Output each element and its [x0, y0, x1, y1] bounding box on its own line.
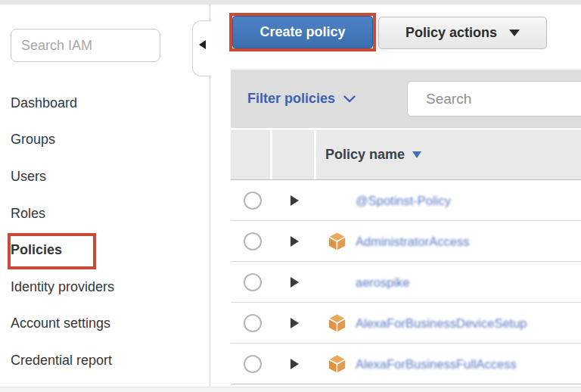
caret-down-icon — [509, 30, 520, 36]
policy-name-link[interactable]: aerospike — [356, 275, 410, 289]
sidebar-item-dashboard[interactable]: Dashboard — [11, 85, 185, 122]
aws-managed-policy-icon — [328, 313, 346, 333]
sidebar-item-identity-providers[interactable]: Identity providers — [11, 269, 185, 306]
sidebar-item-users[interactable]: Users — [11, 158, 185, 195]
column-divider — [270, 130, 272, 179]
aws-managed-policy-icon — [328, 231, 346, 251]
policy-radio-button[interactable] — [244, 191, 262, 210]
sidebar-item-roles[interactable]: Roles — [11, 195, 185, 232]
policy-name-link[interactable]: AlexaForBusinessDeviceSetup — [356, 316, 527, 330]
policy-radio-button[interactable] — [244, 314, 262, 332]
expand-row-icon[interactable] — [290, 236, 299, 247]
expand-row-icon[interactable] — [290, 318, 299, 328]
policy-name-link[interactable]: @Spotinst-Policy — [356, 193, 451, 207]
table-row: @Spotinst-Policy — [231, 180, 581, 221]
sidebar-item-label: Account settings — [11, 316, 110, 331]
sidebar-item-label: Groups — [11, 132, 55, 148]
table-row: aerospike — [231, 262, 581, 303]
table-row: AdministratorAccess — [231, 221, 581, 262]
sidebar-item-account-settings[interactable]: Account settings — [11, 306, 185, 343]
sidebar-collapse-button[interactable] — [192, 20, 211, 76]
policy-name-link[interactable]: AdministratorAccess — [356, 234, 469, 248]
policy-name-link[interactable]: AlexaForBusinessFullAccess — [356, 356, 517, 371]
aws-managed-policy-icon — [328, 353, 346, 374]
policy-actions-label: Policy actions — [405, 25, 497, 41]
sort-descending-icon — [412, 151, 421, 158]
table-row: AlexaForBusinessFullAccess — [231, 344, 581, 384]
triangle-left-icon — [199, 40, 206, 49]
policy-radio-button[interactable] — [244, 232, 262, 250]
sidebar-item-groups[interactable]: Groups — [11, 122, 185, 159]
policies-table-panel: Filter policies Policy name — [231, 70, 581, 381]
table-row: AlexaForBusinessDeviceSetup — [231, 303, 581, 344]
screenshot-bottom-edge — [0, 387, 581, 392]
filter-bar: Filter policies — [231, 70, 581, 128]
sidebar-item-label: Identity providers — [11, 279, 114, 295]
sidebar-item-label: Dashboard — [11, 95, 77, 111]
chevron-down-icon — [343, 95, 356, 103]
filter-policies-dropdown[interactable]: Filter policies — [247, 70, 356, 128]
sidebar-item-label: Credential report — [11, 353, 112, 369]
column-divider — [314, 130, 316, 179]
screenshot-top-edge — [0, 0, 581, 5]
sidebar-item-policies[interactable]: Policies — [11, 232, 185, 269]
policy-rows: @Spotinst-Policy AdministratorAccess aer… — [231, 180, 581, 384]
expand-row-icon[interactable] — [290, 359, 299, 369]
expand-row-icon[interactable] — [290, 277, 299, 288]
filter-policies-label: Filter policies — [247, 91, 335, 107]
sidebar-item-credential-report[interactable]: Credential report — [11, 342, 185, 379]
policy-name-column-header[interactable]: Policy name — [325, 130, 421, 179]
policy-radio-button[interactable] — [244, 355, 262, 373]
policy-name-header-label: Policy name — [325, 147, 405, 163]
policy-actions-button[interactable]: Policy actions — [378, 17, 547, 49]
table-header-row: Policy name — [231, 130, 581, 180]
sidebar-nav: Dashboard Groups Users Roles Policies Id… — [11, 85, 185, 379]
create-policy-button[interactable]: Create policy — [232, 16, 373, 48]
sidebar-item-label: Policies — [11, 242, 62, 258]
search-iam-input[interactable] — [11, 29, 160, 62]
expand-row-icon[interactable] — [290, 195, 299, 206]
policy-search-box — [407, 81, 581, 117]
sidebar-item-label: Roles — [11, 206, 45, 222]
policy-search-input[interactable] — [424, 90, 581, 108]
sidebar-item-label: Users — [11, 169, 46, 185]
policy-radio-button[interactable] — [244, 273, 262, 291]
